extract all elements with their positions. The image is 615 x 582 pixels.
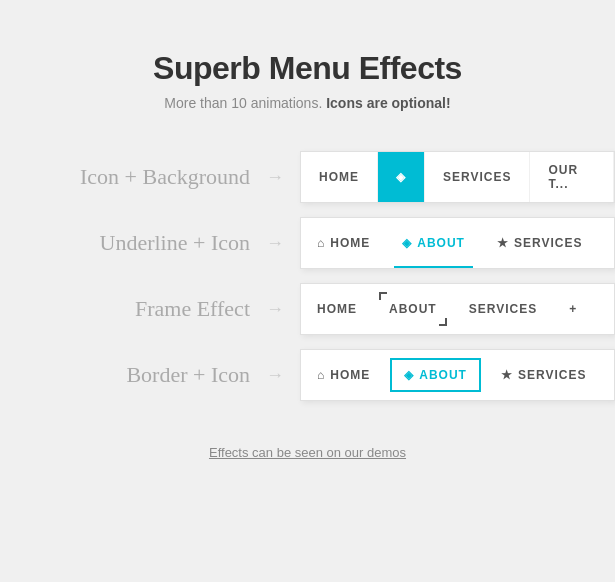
menu-item: SERVICES [453,284,553,334]
effects-container: Icon + Background → HOME SERVICES OUR T.… [0,151,615,415]
arrow-1: → [250,167,300,188]
menu-item: SERVICES [485,350,602,400]
menu-item-active: ABOUT [390,358,481,392]
menu-item: SERVICES [481,218,598,268]
arrow-2: → [250,233,300,254]
effect-label-4: Border + Icon [20,362,250,388]
diamond-icon [402,236,412,250]
item-text: HOME [330,368,370,382]
subtitle-plain: More than 10 animations. [164,95,326,111]
menu-item-active: ABOUT [386,218,481,268]
menu-item: OUR T... [530,152,614,202]
menu-item-active: ABOUT [373,284,453,334]
star-icon [497,236,509,250]
demo-link[interactable]: Effects can be seen on our demos [209,445,406,460]
page-title: Superb Menu Effects [153,50,462,87]
effect-label-3: Frame Effect [20,296,250,322]
effect-row-4: Border + Icon → HOME ABOUT SERVICES [20,349,615,401]
menu-item: SERVICES [425,152,530,202]
arrow-3: → [250,299,300,320]
item-text: HOME [319,170,359,184]
menu-preview-3: HOME ABOUT SERVICES + [300,283,615,335]
item-text: SERVICES [518,368,586,382]
star-icon [501,368,513,382]
header-section: Superb Menu Effects More than 10 animati… [153,50,462,111]
diamond-icon [404,368,414,382]
menu-item: HOME [301,218,386,268]
item-text: + [569,302,577,316]
menu-item: HOME [301,284,373,334]
item-text: OUR T... [548,163,595,191]
frame-corner-br [439,318,447,326]
item-text: SERVICES [514,236,582,250]
item-text: SERVICES [469,302,537,316]
effect-row-3: Frame Effect → HOME ABOUT SERVICES + [20,283,615,335]
effect-label-1: Icon + Background [20,164,250,190]
home-icon [317,368,325,382]
arrow-4: → [250,365,300,386]
menu-item-active [378,152,425,202]
home-icon [317,236,325,250]
menu-item: HOME [301,152,378,202]
frame-corner-tl [379,292,387,300]
item-text: ABOUT [417,236,465,250]
diamond-icon [396,170,406,184]
effect-row-1: Icon + Background → HOME SERVICES OUR T.… [20,151,615,203]
effect-label-2: Underline + Icon [20,230,250,256]
menu-preview-2: HOME ABOUT SERVICES [300,217,615,269]
menu-preview-1: HOME SERVICES OUR T... [300,151,615,203]
menu-preview-4: HOME ABOUT SERVICES [300,349,615,401]
menu-item: HOME [301,350,386,400]
menu-item: + [553,284,593,334]
effect-row-2: Underline + Icon → HOME ABOUT SERVICES [20,217,615,269]
item-text: HOME [317,302,357,316]
subtitle-emphasis: Icons are optional! [326,95,450,111]
item-text: HOME [330,236,370,250]
item-text: ABOUT [389,302,437,316]
item-text: ABOUT [419,368,467,382]
page-subtitle: More than 10 animations. Icons are optio… [153,95,462,111]
item-text: SERVICES [443,170,511,184]
